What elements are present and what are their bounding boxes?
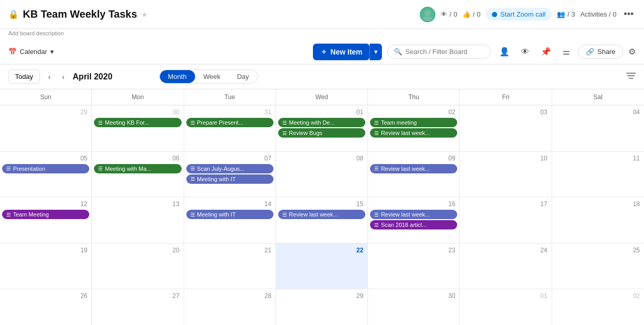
day-number: 02 [554, 291, 642, 301]
cal-cell[interactable]: 28 [184, 289, 276, 325]
cal-cell[interactable]: 31☰Prepare Present... [184, 105, 276, 152]
tab-month[interactable]: Month [160, 70, 195, 83]
prev-month-button[interactable]: ‹ [45, 71, 54, 83]
cal-cell[interactable]: 09☰Review last week... [368, 152, 460, 198]
cal-cell[interactable]: 27 [92, 289, 184, 325]
calendar-event[interactable]: ☰Team meeting [370, 118, 457, 127]
settings-button[interactable]: ⚙ [628, 47, 636, 57]
event-icon: ☰ [6, 212, 11, 218]
cal-cell[interactable]: 05☰Presentation [0, 152, 92, 198]
filter-icon-button[interactable]: ⚌ [559, 45, 573, 59]
calendar-event[interactable]: ☰Meeting with IT [186, 210, 273, 219]
sort-filter-button[interactable] [626, 72, 636, 82]
cal-cell[interactable]: 02☰Team meeting☰Review last week... [368, 105, 460, 152]
cal-cell[interactable]: 10 [460, 152, 552, 198]
calendar-event[interactable]: ☰Review last week... [278, 210, 365, 219]
calendar-event[interactable]: ☰Presentation [2, 164, 89, 173]
avatar[interactable] [420, 7, 435, 22]
day-number: 10 [462, 154, 549, 163]
calendar-event[interactable]: ☰Review last week... [370, 164, 457, 173]
day-number: 18 [554, 199, 642, 209]
cal-cell[interactable]: 08 [276, 152, 368, 198]
search-input[interactable] [405, 48, 484, 56]
cal-cell[interactable]: 04 [552, 105, 644, 152]
cal-cell[interactable]: 07☰Scan July-Augus...☰Meeting with IT [184, 152, 276, 198]
cal-cell[interactable]: 26 [0, 289, 92, 325]
cal-cell[interactable]: 29 [0, 105, 92, 152]
calendar-event[interactable]: ☰Meeting with De... [278, 118, 365, 127]
event-icon: ☰ [98, 166, 103, 171]
cal-cell[interactable]: 12☰Team Meeting [0, 197, 92, 243]
tab-week[interactable]: Week [195, 70, 229, 83]
cal-cell[interactable]: 30☰Meeting KB For... [92, 105, 184, 152]
today-button[interactable]: Today [8, 70, 40, 84]
cal-cell[interactable]: 16☰Review last week...☰Scan 2018 articl.… [368, 197, 460, 243]
cal-cell[interactable]: 03 [460, 105, 552, 152]
cal-cell[interactable]: 24 [460, 243, 552, 290]
day-number: 15 [278, 199, 365, 209]
eye-icon-button[interactable]: 👁 [518, 45, 532, 59]
day-number: 26 [2, 291, 89, 301]
more-button[interactable]: ••• [622, 7, 636, 22]
cal-cell[interactable]: 01☰Meeting with De...☰Review Bugs [276, 105, 368, 152]
star-icon[interactable]: ★ [141, 10, 148, 19]
day-number: 16 [370, 199, 457, 209]
day-header-sat: Sat [552, 89, 644, 105]
new-item-dropdown-button[interactable]: ▾ [369, 44, 382, 60]
calendar-view-button[interactable]: 📅 Calendar ▾ [8, 48, 54, 56]
zoom-icon [492, 12, 497, 17]
cal-cell[interactable]: 01 [460, 289, 552, 325]
pin-icon-button[interactable]: 📌 [538, 45, 554, 59]
cal-cell[interactable]: 11 [552, 152, 644, 198]
plus-icon: ＋ [320, 47, 327, 57]
cal-cell[interactable]: 25 [552, 243, 644, 290]
event-label: Review last week... [381, 166, 430, 172]
cal-cell[interactable]: 17 [460, 197, 552, 243]
calendar-event[interactable]: ☰Review Bugs [278, 128, 365, 138]
calendar-event[interactable]: ☰Meeting KB For... [94, 118, 181, 127]
zoom-button[interactable]: Start Zoom call [486, 8, 552, 21]
calendar-event[interactable]: ☰Meeting with Ma... [94, 164, 181, 173]
event-icon: ☰ [374, 166, 379, 171]
svg-point-0 [424, 10, 431, 16]
month-year-label: April 2020 [73, 72, 112, 82]
cal-cell[interactable]: 14☰Meeting with IT [184, 197, 276, 243]
cal-cell[interactable]: 20 [92, 243, 184, 290]
cal-cell[interactable]: 29 [276, 289, 368, 325]
day-number: 02 [370, 107, 457, 117]
day-number: 04 [554, 107, 642, 117]
event-icon: ☰ [190, 120, 195, 126]
cal-cell[interactable]: 06☰Meeting with Ma... [92, 152, 184, 198]
view-tabs: Month Week Day [159, 70, 258, 84]
event-label: Scan 2018 articl... [381, 222, 427, 228]
event-label: Review last week... [381, 211, 430, 218]
calendar-event[interactable]: ☰Review last week... [370, 128, 457, 138]
day-number: 07 [186, 154, 273, 163]
calendar-event[interactable]: ☰Prepare Present... [186, 118, 273, 127]
calendar-event[interactable]: ☰Meeting with IT [186, 174, 273, 184]
event-label: Prepare Present... [197, 119, 243, 126]
cal-cell[interactable]: 13 [92, 197, 184, 243]
calendar-event[interactable]: ☰Team Meeting [2, 210, 89, 219]
share-button[interactable]: 🔗 Share [578, 45, 623, 59]
cal-cell[interactable]: 18 [552, 197, 644, 243]
event-label: Review Bugs [289, 130, 322, 136]
calendar-event[interactable]: ☰Scan 2018 articl... [370, 220, 457, 229]
cal-cell[interactable]: 30 [368, 289, 460, 325]
cal-cell[interactable]: 02 [552, 289, 644, 325]
person-icon-button[interactable]: 👤 [496, 45, 513, 59]
calendar-event[interactable]: ☰Review last week... [370, 210, 457, 219]
day-number: 19 [2, 246, 89, 255]
cal-cell[interactable]: 22 [276, 243, 368, 290]
cal-cell[interactable]: 19 [0, 243, 92, 290]
next-month-button[interactable]: › [59, 71, 67, 83]
event-label: Meeting with Ma... [105, 166, 151, 172]
day-number: 14 [186, 199, 273, 209]
new-item-button[interactable]: ＋ New Item [313, 44, 369, 60]
cal-cell[interactable]: 21 [184, 243, 276, 290]
cal-cell[interactable]: 15☰Review last week... [276, 197, 368, 243]
event-icon: ☰ [282, 120, 287, 126]
tab-day[interactable]: Day [229, 70, 257, 83]
cal-cell[interactable]: 23 [368, 243, 460, 290]
calendar-event[interactable]: ☰Scan July-Augus... [186, 164, 273, 173]
